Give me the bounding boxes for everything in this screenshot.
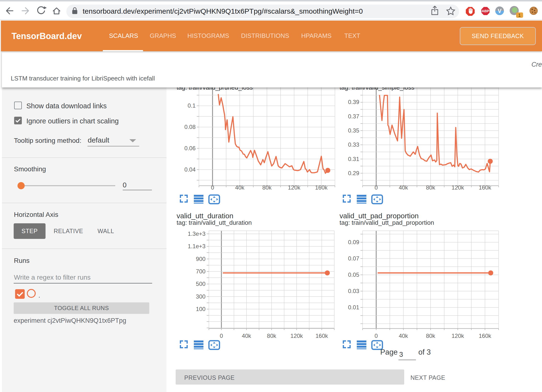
- svg-text:valid_utt_duration: valid_utt_duration: [177, 212, 233, 220]
- svg-text:120k: 120k: [451, 184, 464, 191]
- svg-text:500: 500: [196, 281, 206, 287]
- svg-text:300: 300: [196, 293, 206, 300]
- svg-text:120k: 120k: [290, 333, 303, 339]
- svg-text:120k: 120k: [451, 333, 464, 339]
- svg-text:40k: 40k: [399, 333, 408, 339]
- svg-text:0.08: 0.08: [185, 124, 196, 130]
- svg-text:0.37: 0.37: [348, 113, 359, 120]
- svg-text:160k: 160k: [315, 184, 328, 191]
- svg-text:V: V: [498, 8, 502, 14]
- svg-text:0.01: 0.01: [348, 304, 359, 311]
- svg-text:100: 100: [196, 306, 206, 312]
- svg-text:80k: 80k: [262, 184, 272, 191]
- svg-text:0.31: 0.31: [348, 156, 359, 162]
- svg-text:0.07: 0.07: [348, 255, 359, 262]
- svg-text:0.39: 0.39: [348, 99, 359, 105]
- svg-text:40k: 40k: [399, 184, 408, 191]
- svg-text:1.3e+3: 1.3e+3: [188, 231, 206, 237]
- svg-text:0: 0: [211, 184, 214, 191]
- svg-text:700: 700: [196, 268, 206, 275]
- svg-text:valid_utt_pad_proportion: valid_utt_pad_proportion: [340, 212, 419, 220]
- svg-text:160k: 160k: [479, 333, 491, 339]
- svg-text:0.05: 0.05: [348, 271, 359, 278]
- svg-text:40k: 40k: [235, 184, 245, 191]
- svg-text:120k: 120k: [288, 184, 300, 191]
- svg-text:0.09: 0.09: [348, 239, 359, 245]
- svg-text:0.04: 0.04: [185, 166, 196, 173]
- svg-text:0.1: 0.1: [188, 102, 196, 109]
- svg-text:0: 0: [375, 333, 378, 339]
- svg-text:0.03: 0.03: [348, 288, 359, 294]
- svg-text:0: 0: [220, 333, 223, 339]
- svg-text:0: 0: [375, 184, 378, 191]
- svg-text:160k: 160k: [479, 184, 491, 191]
- svg-text:tag: train/valid_utt_pad_propo: tag: train/valid_utt_pad_proportion: [340, 219, 434, 226]
- svg-text:1: 1: [518, 13, 521, 18]
- svg-text:40k: 40k: [242, 333, 251, 339]
- svg-text:80k: 80k: [267, 333, 277, 339]
- svg-text:80k: 80k: [426, 184, 436, 191]
- svg-text:0.35: 0.35: [348, 127, 359, 134]
- svg-text:0.06: 0.06: [185, 145, 196, 151]
- svg-text:900: 900: [196, 256, 206, 262]
- svg-text:80k: 80k: [426, 333, 436, 339]
- svg-text:ABP: ABP: [482, 9, 489, 13]
- svg-text:tensorboard.dev/experiment/cj2: tensorboard.dev/experiment/cj2vtPiwQHKN9…: [83, 7, 363, 15]
- svg-text:1.1e+3: 1.1e+3: [188, 243, 206, 249]
- svg-text:0.29: 0.29: [348, 170, 359, 176]
- svg-text:0.33: 0.33: [348, 141, 359, 148]
- svg-text:tag: train/valid_utt_duration: tag: train/valid_utt_duration: [177, 219, 252, 226]
- svg-text:160k: 160k: [316, 333, 328, 339]
